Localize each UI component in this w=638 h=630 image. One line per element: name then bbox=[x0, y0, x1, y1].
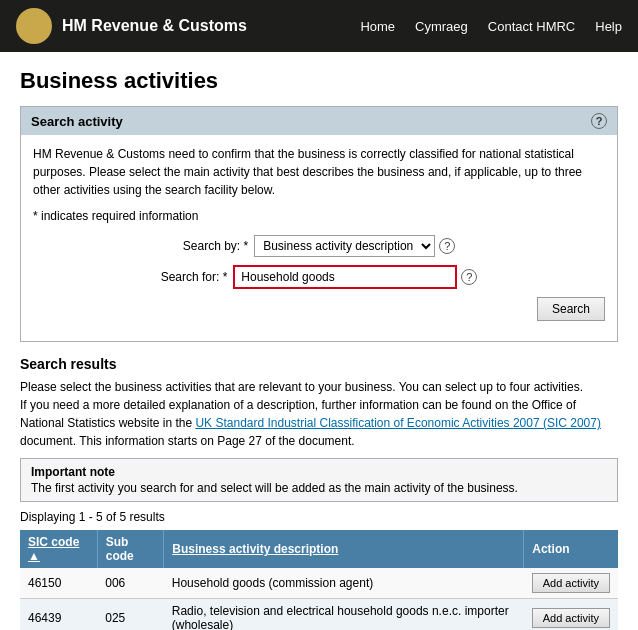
col-action: Action bbox=[524, 530, 618, 568]
nav-cymraeg[interactable]: Cymraeg bbox=[415, 19, 468, 34]
results-table: SIC code ▲ Sub code Business activity de… bbox=[20, 530, 618, 630]
search-button[interactable]: Search bbox=[537, 297, 605, 321]
cell-sic-code: 46150 bbox=[20, 568, 97, 599]
cell-description: Radio, television and electrical househo… bbox=[164, 599, 524, 631]
search-input[interactable] bbox=[235, 267, 455, 287]
table-row: 46150006Household goods (commission agen… bbox=[20, 568, 618, 599]
search-help-icon[interactable]: ? bbox=[591, 113, 607, 129]
search-input-wrapper bbox=[233, 265, 457, 289]
col-sic-code: SIC code ▲ bbox=[20, 530, 97, 568]
important-note-box: Important note The first activity you se… bbox=[20, 458, 618, 502]
cell-sub-code: 006 bbox=[97, 568, 164, 599]
main-nav: Home Cymraeg Contact HMRC Help bbox=[360, 19, 622, 34]
col-description: Business activity description bbox=[164, 530, 524, 568]
search-activity-section: Search activity ? HM Revenue & Customs n… bbox=[20, 106, 618, 342]
main-content: Business activities Search activity ? HM… bbox=[0, 52, 638, 630]
table-body: 46150006Household goods (commission agen… bbox=[20, 568, 618, 630]
search-by-select[interactable]: Business activity description bbox=[254, 235, 435, 257]
search-info-text: HM Revenue & Customs need to confirm tha… bbox=[33, 145, 605, 199]
results-info: Please select the business activities th… bbox=[20, 378, 618, 450]
description-sort-link[interactable]: Business activity description bbox=[172, 542, 338, 556]
results-section: Search results Please select the busines… bbox=[20, 356, 618, 630]
cell-action: Add activity bbox=[524, 568, 618, 599]
search-by-label: Search by: * bbox=[183, 239, 248, 253]
search-for-label: Search for: * bbox=[161, 270, 228, 284]
results-title: Search results bbox=[20, 356, 618, 372]
search-btn-row: Search bbox=[33, 297, 605, 321]
site-header: HM HM Revenue & Customs Home Cymraeg Con… bbox=[0, 0, 638, 52]
search-for-row: Search for: * ? bbox=[33, 265, 605, 289]
table-header: SIC code ▲ Sub code Business activity de… bbox=[20, 530, 618, 568]
search-by-row: Search by: * Business activity descripti… bbox=[33, 235, 605, 257]
nav-home[interactable]: Home bbox=[360, 19, 395, 34]
search-section-header: Search activity ? bbox=[21, 107, 617, 135]
sic-link[interactable]: UK Standard Industrial Classification of… bbox=[195, 416, 601, 430]
table-row: 46439025Radio, television and electrical… bbox=[20, 599, 618, 631]
required-note: * indicates required information bbox=[33, 209, 605, 223]
svg-text:HM: HM bbox=[27, 22, 41, 32]
search-section-body: HM Revenue & Customs need to confirm tha… bbox=[21, 135, 617, 341]
cell-description: Household goods (commission agent) bbox=[164, 568, 524, 599]
results-info-line3: document. This information starts on Pag… bbox=[20, 434, 355, 448]
add-activity-button[interactable]: Add activity bbox=[532, 608, 610, 628]
important-note-text: The first activity you search for and se… bbox=[31, 481, 607, 495]
search-by-help-icon[interactable]: ? bbox=[439, 238, 455, 254]
logo-icon: HM bbox=[16, 8, 52, 44]
search-for-help-icon[interactable]: ? bbox=[461, 269, 477, 285]
cell-action: Add activity bbox=[524, 599, 618, 631]
important-note-title: Important note bbox=[31, 465, 607, 479]
site-title: HM Revenue & Customs bbox=[62, 17, 247, 35]
displaying-text: Displaying 1 - 5 of 5 results bbox=[20, 510, 618, 524]
nav-help[interactable]: Help bbox=[595, 19, 622, 34]
page-title: Business activities bbox=[20, 68, 618, 94]
search-form: Search by: * Business activity descripti… bbox=[33, 235, 605, 321]
search-section-title: Search activity bbox=[31, 114, 123, 129]
sic-code-sort-link[interactable]: SIC code ▲ bbox=[28, 535, 79, 563]
col-sub-code: Sub code bbox=[97, 530, 164, 568]
nav-contact[interactable]: Contact HMRC bbox=[488, 19, 575, 34]
add-activity-button[interactable]: Add activity bbox=[532, 573, 610, 593]
logo-area: HM HM Revenue & Customs bbox=[16, 8, 247, 44]
cell-sic-code: 46439 bbox=[20, 599, 97, 631]
results-info-line1: Please select the business activities th… bbox=[20, 380, 583, 394]
cell-sub-code: 025 bbox=[97, 599, 164, 631]
